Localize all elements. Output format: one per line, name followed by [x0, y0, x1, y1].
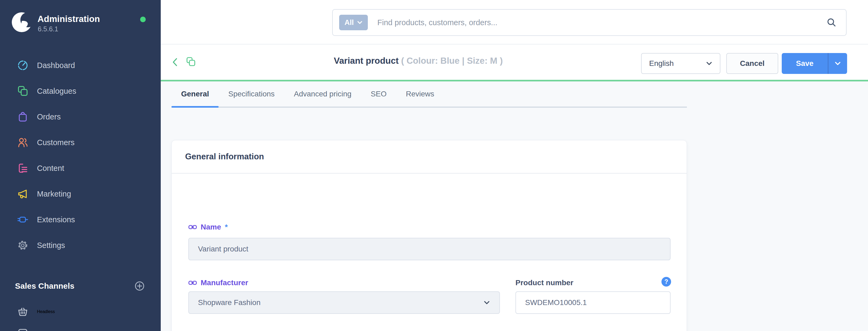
language-select-value: English — [649, 59, 706, 68]
app-title: Administration — [37, 14, 100, 24]
customers-icon — [17, 136, 29, 148]
save-button[interactable]: Save — [782, 53, 828, 74]
manufacturer-select-value: Shopware Fashion — [198, 298, 260, 307]
sidebar-item-label: Settings — [37, 241, 65, 250]
smartbar: Variant product ( Colour: Blue | Size: M… — [161, 44, 868, 80]
content-area: General Specifications Advanced pricing … — [161, 81, 868, 331]
save-options-button[interactable] — [828, 53, 847, 74]
chevron-down-icon — [835, 61, 841, 66]
chevron-down-icon — [483, 300, 490, 305]
sales-channels-header: Sales Channels — [0, 273, 161, 299]
back-icon[interactable] — [171, 57, 180, 67]
general-information-card: General information Name * — [172, 140, 687, 331]
chevron-down-icon — [706, 61, 712, 66]
variant-options-suffix: ( Colour: Blue | Size: M ) — [401, 56, 503, 66]
page-title: Variant product ( Colour: Blue | Size: M… — [334, 56, 503, 66]
app-version: 6.5.6.1 — [38, 25, 58, 33]
extensions-icon — [17, 213, 29, 226]
sidebar-header: Administration 6.5.6.1 — [0, 0, 161, 53]
product-name-title: Variant product — [334, 56, 399, 66]
name-input[interactable] — [188, 238, 671, 260]
sidebar-item-dashboard[interactable]: Dashboard — [0, 53, 161, 78]
sidebar-item-headless[interactable]: Headless — [0, 299, 161, 325]
search-filter-label: All — [344, 19, 354, 27]
manufacturer-field: Manufacturer Shopware Fashion — [188, 278, 500, 314]
content-icon — [17, 162, 29, 174]
tab-specifications[interactable]: Specifications — [219, 81, 284, 107]
manufacturer-field-label: Manufacturer — [188, 278, 500, 287]
catalogues-icon — [17, 85, 29, 97]
marketing-icon — [17, 188, 29, 200]
sidebar: Administration 6.5.6.1 Dashboard Catalog… — [0, 0, 161, 331]
sales-channels-heading: Sales Channels — [15, 282, 133, 291]
sidebar-item-label: Dashboard — [37, 61, 75, 70]
global-search: All — [332, 9, 846, 36]
orders-icon — [17, 110, 29, 123]
sidebar-item-extensions[interactable]: Extensions — [0, 207, 161, 232]
manufacturer-select[interactable]: Shopware Fashion — [188, 291, 500, 314]
main-area: All Variant product ( Colour: Blue | Siz… — [161, 0, 868, 331]
settings-icon — [17, 239, 29, 252]
search-icon[interactable] — [826, 17, 837, 28]
dashboard-icon — [17, 59, 29, 71]
tab-advanced-pricing[interactable]: Advanced pricing — [284, 81, 361, 107]
search-filter-dropdown[interactable]: All — [339, 15, 368, 30]
save-split-button: Save — [782, 53, 847, 74]
sidebar-item-label: Content — [37, 164, 64, 173]
cancel-button[interactable]: Cancel — [726, 53, 778, 74]
basket-icon — [17, 306, 28, 317]
sidebar-item-label: Customers — [37, 138, 74, 147]
variants-icon — [185, 56, 197, 67]
sidebar-item-label: Extensions — [37, 215, 75, 224]
sidebar-item-customers[interactable]: Customers — [0, 130, 161, 155]
product-number-input[interactable] — [516, 291, 671, 314]
chevron-down-icon — [357, 21, 363, 24]
search-input[interactable] — [377, 18, 826, 27]
sidebar-item-label: Catalogues — [37, 87, 76, 96]
tab-general[interactable]: General — [172, 81, 219, 107]
shopware-logo-icon — [11, 12, 32, 33]
card-title: General information — [185, 152, 264, 162]
topbar: All — [161, 0, 868, 44]
add-sales-channel-icon[interactable] — [133, 280, 146, 292]
card-header: General information — [172, 140, 687, 173]
help-icon[interactable]: ? — [661, 277, 671, 287]
sidebar-item-label: Headless — [37, 309, 55, 314]
manufacturer-label-text: Manufacturer — [201, 278, 248, 287]
sidebar-item-catalogues[interactable]: Catalogues — [0, 78, 161, 104]
tab-bar: General Specifications Advanced pricing … — [172, 81, 687, 108]
sidebar-item-marketing[interactable]: Marketing — [0, 181, 161, 207]
sidebar-item-content[interactable]: Content — [0, 155, 161, 181]
product-number-field-label: Product number ? — [516, 278, 671, 287]
sidebar-item-partial-icon[interactable] — [17, 328, 28, 331]
sidebar-item-label: Orders — [37, 112, 61, 121]
name-field-label: Name * — [188, 223, 228, 231]
inheritance-link-icon[interactable] — [188, 279, 197, 286]
required-mark: * — [225, 223, 228, 231]
sidebar-item-label: Marketing — [37, 190, 71, 198]
inheritance-link-icon[interactable] — [188, 224, 197, 230]
language-select[interactable]: English — [641, 53, 720, 74]
sidebar-item-orders[interactable]: Orders — [0, 104, 161, 130]
tab-reviews[interactable]: Reviews — [396, 81, 444, 107]
status-dot — [140, 16, 146, 22]
sidebar-item-settings[interactable]: Settings — [0, 232, 161, 258]
product-number-label-text: Product number — [516, 278, 573, 287]
tab-seo[interactable]: SEO — [361, 81, 396, 107]
name-label-text: Name — [201, 223, 221, 231]
product-number-field: Product number ? — [516, 278, 671, 314]
